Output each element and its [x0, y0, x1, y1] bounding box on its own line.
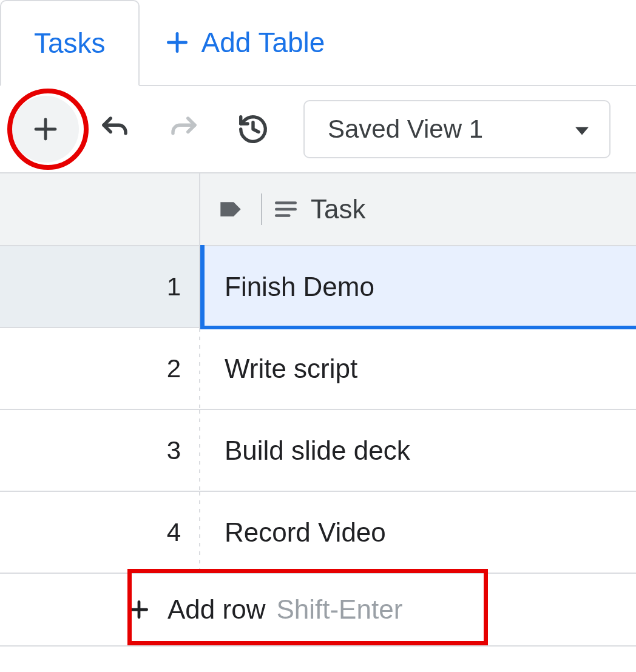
table-row[interactable]: 4 Record Video: [0, 492, 636, 574]
row-number: 3: [0, 410, 199, 491]
history-button[interactable]: [220, 96, 286, 163]
add-row-label: Add row: [167, 594, 265, 625]
new-row-button[interactable]: [12, 96, 79, 163]
tab-tasks[interactable]: Tasks: [0, 0, 140, 86]
task-cell[interactable]: Write script: [200, 328, 636, 409]
task-cell[interactable]: Record Video: [200, 492, 636, 573]
toolbar: Saved View 1: [0, 86, 636, 173]
table-row[interactable]: 2 Write script: [0, 328, 636, 410]
column-header-task[interactable]: Task: [200, 193, 365, 225]
plus-icon: [164, 29, 191, 56]
row-number: 2: [0, 328, 199, 409]
add-row-hint: Shift-Enter: [276, 594, 402, 625]
tag-icon: [218, 197, 243, 221]
table-tabs: Tasks Add Table: [0, 0, 636, 86]
add-table-button[interactable]: Add Table: [140, 0, 358, 85]
row-number: 1: [0, 246, 199, 327]
table-row[interactable]: 1 Finish Demo: [0, 246, 636, 328]
undo-button[interactable]: [81, 96, 148, 163]
svg-marker-4: [575, 127, 589, 135]
saved-view-label: Saved View 1: [328, 115, 483, 144]
add-table-label: Add Table: [201, 26, 325, 59]
vertical-separator: [261, 193, 262, 225]
row-number: 4: [0, 492, 199, 573]
table-header-row: Task: [0, 173, 636, 246]
redo-button[interactable]: [151, 96, 217, 163]
tab-label: Tasks: [34, 27, 106, 59]
chevron-down-icon: [575, 115, 589, 144]
svg-marker-5: [220, 202, 240, 216]
plus-icon: [127, 598, 151, 621]
saved-view-select[interactable]: Saved View 1: [303, 100, 611, 158]
add-row-button[interactable]: Add row Shift-Enter: [0, 574, 636, 647]
text-column-icon: [273, 197, 299, 222]
table-row[interactable]: 3 Build slide deck: [0, 410, 636, 492]
column-header-label: Task: [311, 194, 365, 224]
task-cell[interactable]: Finish Demo: [200, 246, 636, 327]
task-cell[interactable]: Build slide deck: [200, 410, 636, 491]
